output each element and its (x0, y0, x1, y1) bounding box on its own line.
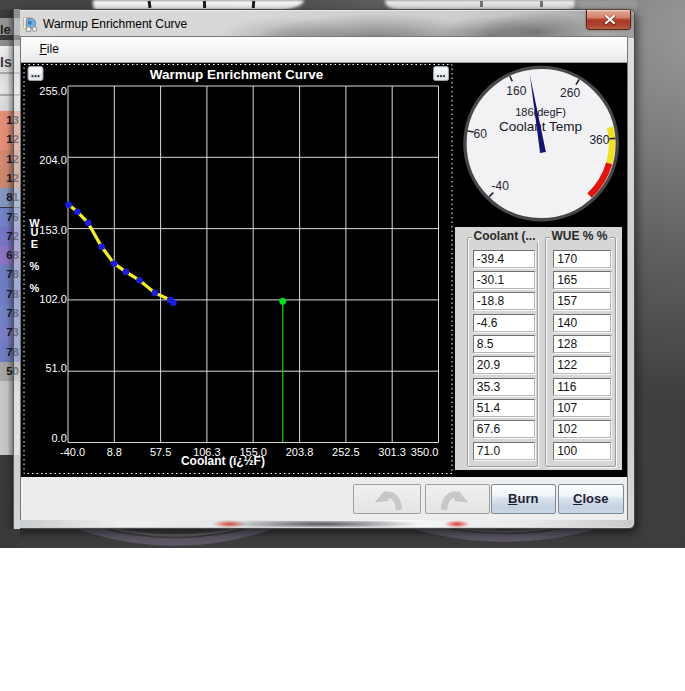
svg-text:203.8: 203.8 (285, 446, 313, 458)
svg-text:Warmup Enrichment Curve: Warmup Enrichment Curve (149, 66, 323, 81)
svg-text:102.0: 102.0 (39, 293, 67, 305)
svg-text:-40: -40 (491, 178, 509, 192)
svg-text:204.0: 204.0 (39, 154, 67, 166)
svg-text:0.0: 0.0 (51, 431, 66, 443)
svg-text:Coolant (ï¿½F): Coolant (ï¿½F) (180, 453, 264, 467)
svg-text:255.0: 255.0 (39, 85, 67, 97)
svg-text:E: E (30, 237, 37, 249)
svg-text:153.0: 153.0 (39, 223, 67, 235)
svg-text:51.0: 51.0 (45, 362, 66, 374)
svg-text:301.3: 301.3 (378, 446, 406, 458)
svg-text:-40.0: -40.0 (60, 446, 85, 458)
svg-text:%: % (29, 259, 39, 271)
svg-text:360: 360 (589, 132, 609, 146)
svg-text:350.0: 350.0 (410, 446, 438, 458)
svg-text:160: 160 (506, 84, 526, 98)
svg-text:%: % (29, 282, 39, 294)
svg-text:57.5: 57.5 (149, 446, 170, 458)
svg-text:260: 260 (560, 85, 580, 99)
svg-text:60: 60 (473, 127, 487, 141)
svg-text:252.5: 252.5 (332, 446, 360, 458)
svg-text:8.8: 8.8 (106, 446, 121, 458)
svg-text:U: U (30, 226, 38, 238)
svg-text:186(degF): 186(degF) (515, 106, 566, 118)
